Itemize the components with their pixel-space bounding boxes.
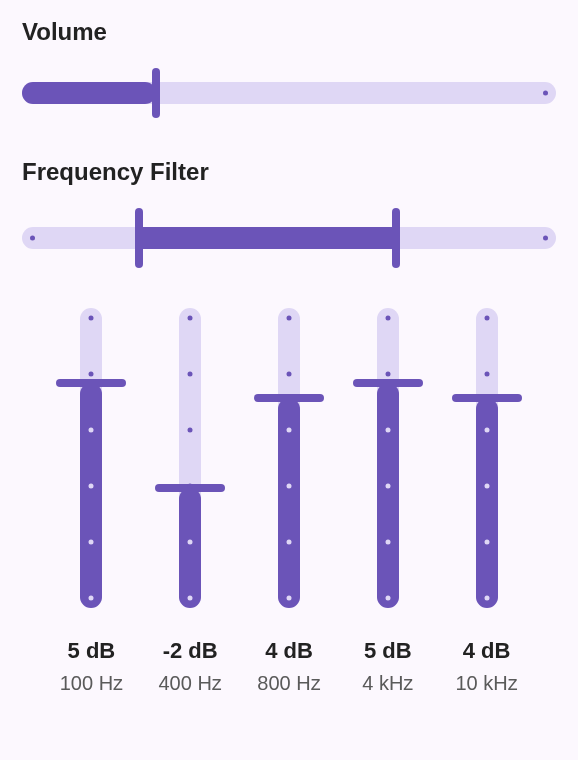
eq-tick-dot-icon [89, 540, 94, 545]
eq-tick-dot-icon [286, 372, 291, 377]
track-end-dot-icon [543, 236, 548, 241]
eq-db-label: 4 dB [447, 638, 527, 664]
eq-band [150, 308, 230, 608]
eq-tick-dot-icon [89, 484, 94, 489]
equalizer-labels-row: 5 dB100 Hz-2 dB400 Hz4 dB800 Hz5 dB4 kHz… [22, 638, 556, 695]
eq-slider[interactable] [56, 308, 126, 608]
volume-fill [22, 82, 156, 104]
volume-title: Volume [22, 18, 556, 46]
eq-tick-dot-icon [286, 428, 291, 433]
eq-freq-label: 100 Hz [51, 672, 131, 695]
eq-tick-dot-icon [188, 540, 193, 545]
eq-label-col: 5 dB100 Hz [51, 638, 131, 695]
eq-tick-dot-icon [188, 484, 193, 489]
eq-freq-label: 400 Hz [150, 672, 230, 695]
eq-db-label: 5 dB [348, 638, 428, 664]
eq-fill [80, 383, 102, 608]
volume-slider[interactable] [22, 68, 556, 118]
eq-db-label: 4 dB [249, 638, 329, 664]
eq-label-col: -2 dB400 Hz [150, 638, 230, 695]
frequency-thumb-low[interactable] [135, 208, 143, 268]
eq-tick-dot-icon [89, 316, 94, 321]
eq-tick-dot-icon [286, 316, 291, 321]
eq-fill [377, 383, 399, 608]
frequency-fill [139, 227, 395, 249]
frequency-title: Frequency Filter [22, 158, 556, 186]
eq-tick-dot-icon [286, 596, 291, 601]
eq-tick-dot-icon [484, 316, 489, 321]
eq-tick-dot-icon [484, 428, 489, 433]
eq-tick-dot-icon [385, 484, 390, 489]
eq-tick-dot-icon [188, 596, 193, 601]
eq-db-label: 5 dB [51, 638, 131, 664]
frequency-thumb-high[interactable] [392, 208, 400, 268]
eq-slider[interactable] [452, 308, 522, 608]
eq-tick-dot-icon [188, 372, 193, 377]
eq-tick-dot-icon [286, 540, 291, 545]
eq-slider[interactable] [254, 308, 324, 608]
eq-tick-dot-icon [484, 484, 489, 489]
eq-tick-dot-icon [385, 540, 390, 545]
eq-band [348, 308, 428, 608]
eq-tick-dot-icon [385, 428, 390, 433]
eq-tick-dot-icon [484, 540, 489, 545]
eq-thumb[interactable] [353, 379, 423, 387]
eq-tick-dot-icon [385, 316, 390, 321]
eq-slider[interactable] [353, 308, 423, 608]
eq-tick-dot-icon [89, 428, 94, 433]
eq-thumb[interactable] [452, 394, 522, 402]
eq-tick-dot-icon [89, 596, 94, 601]
eq-tick-dot-icon [286, 484, 291, 489]
eq-fill [179, 488, 201, 608]
eq-tick-dot-icon [484, 372, 489, 377]
eq-tick-dot-icon [89, 372, 94, 377]
eq-band [249, 308, 329, 608]
eq-thumb[interactable] [56, 379, 126, 387]
equalizer-row [22, 308, 556, 608]
frequency-range-slider[interactable] [22, 208, 556, 268]
eq-label-col: 4 dB10 kHz [447, 638, 527, 695]
eq-freq-label: 4 kHz [348, 672, 428, 695]
track-end-dot-icon [543, 91, 548, 96]
eq-tick-dot-icon [385, 596, 390, 601]
track-end-dot-icon [30, 236, 35, 241]
eq-thumb[interactable] [254, 394, 324, 402]
eq-tick-dot-icon [188, 316, 193, 321]
eq-label-col: 4 dB800 Hz [249, 638, 329, 695]
eq-band [51, 308, 131, 608]
eq-slider[interactable] [155, 308, 225, 608]
eq-tick-dot-icon [188, 428, 193, 433]
eq-tick-dot-icon [385, 372, 390, 377]
eq-freq-label: 800 Hz [249, 672, 329, 695]
eq-label-col: 5 dB4 kHz [348, 638, 428, 695]
eq-band [447, 308, 527, 608]
eq-db-label: -2 dB [150, 638, 230, 664]
eq-freq-label: 10 kHz [447, 672, 527, 695]
eq-tick-dot-icon [484, 596, 489, 601]
volume-thumb[interactable] [152, 68, 160, 118]
